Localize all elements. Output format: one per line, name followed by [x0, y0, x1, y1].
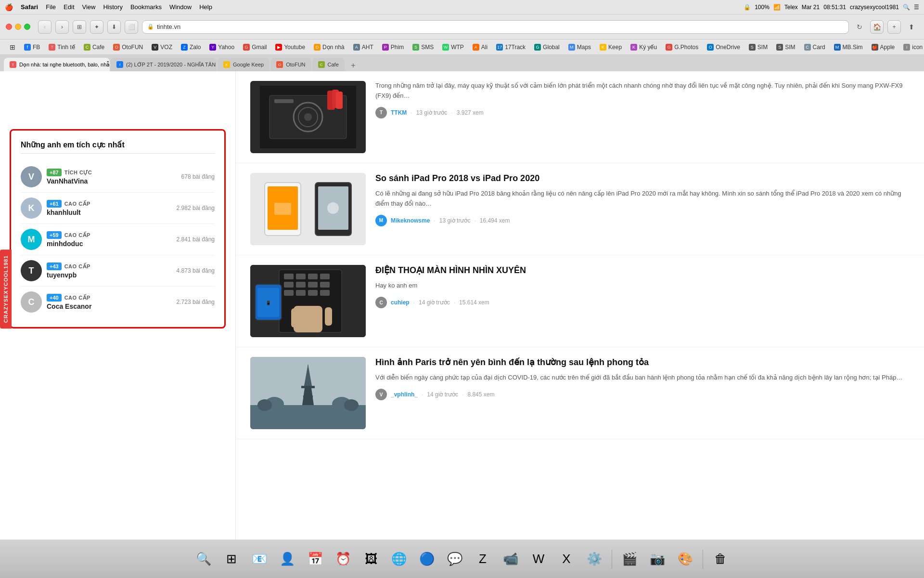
bookmark-gmail[interactable]: G Gmail: [239, 42, 270, 52]
share-button[interactable]: ⬆: [905, 20, 918, 34]
dock-zalo[interactable]: Z: [470, 547, 495, 572]
dock-finder[interactable]: 🔍: [191, 547, 216, 572]
home-button[interactable]: 🏠: [870, 20, 884, 34]
bookmark-yahoo[interactable]: Y Yahoo: [205, 42, 238, 52]
dock-word[interactable]: W: [526, 547, 551, 572]
menu-help[interactable]: Help: [199, 3, 212, 11]
bookmark-show-all[interactable]: ⊞: [6, 42, 19, 53]
tab-lop2t[interactable]: f (2) LỚP 2T - 2019/2020 - NGHĨA TÂN: [111, 58, 217, 71]
bookmark-sim1[interactable]: S SIM: [745, 42, 771, 52]
tab-googlekeep[interactable]: K Google Keep: [218, 58, 270, 71]
user-row[interactable]: K +61 CAO CẤP khanhluult 2.982 bài đăng: [21, 193, 215, 224]
bookmark-kyyeu[interactable]: K Ký yếu: [627, 42, 661, 52]
bookmark-sim2[interactable]: S SIM: [772, 42, 799, 52]
tab-cafe[interactable]: C Cafe: [312, 58, 345, 71]
bookmark-icon[interactable]: i icon: [899, 42, 924, 52]
dock-messages[interactable]: 💬: [442, 547, 467, 572]
back-button[interactable]: ‹: [38, 20, 51, 34]
forward-button[interactable]: ›: [55, 20, 69, 34]
add-tab-button[interactable]: +: [347, 60, 359, 71]
tab-overview-button[interactable]: ⬜: [125, 20, 138, 34]
article-card[interactable]: Hình ảnh Paris trở nên yên bình đến lạ t…: [236, 347, 924, 439]
bookmark-youtube[interactable]: ▶ Youtube: [271, 42, 309, 52]
bookmark-card[interactable]: C Card: [800, 42, 829, 52]
bookmark-cafe[interactable]: C Cafe: [80, 42, 108, 52]
dock-photos[interactable]: 🖼: [359, 547, 384, 572]
main-content: Những anh em tích cực nhất V +87 TÍCH CỰ…: [0, 71, 924, 539]
bookmark-donha[interactable]: D Dọn nhà: [310, 42, 348, 52]
user-row[interactable]: C +40 CAO CẤP Coca Escanor 2.723 bài đăn…: [21, 287, 215, 317]
download-button[interactable]: ⬇: [107, 20, 121, 34]
author-name-1[interactable]: TTKM: [391, 109, 407, 116]
dock-chrome[interactable]: 🔵: [414, 547, 439, 572]
dock-excel[interactable]: X: [554, 547, 579, 572]
bookmark-sms[interactable]: S SMS: [409, 42, 437, 52]
badge-type-2: CAO CẤP: [64, 201, 90, 207]
bookmark-apple[interactable]: 🍎 Apple: [868, 42, 899, 52]
badge-score-4: +43: [47, 263, 62, 270]
apple-logo-icon[interactable]: 🍎: [5, 3, 13, 11]
dock-lightroom[interactable]: 📷: [645, 547, 670, 572]
dock-preferences[interactable]: ⚙️: [582, 547, 607, 572]
minimize-window-button[interactable]: [15, 24, 21, 30]
user-row[interactable]: T +43 CAO CẤP tuyenvpb 4.873 bài đăng: [21, 255, 215, 287]
menu-bookmarks[interactable]: Bookmarks: [130, 3, 162, 11]
user-row[interactable]: M +59 CAO CẤP minhdoduc 2.841 bài đăng: [21, 224, 215, 255]
menu-window[interactable]: Window: [169, 3, 192, 11]
dock-premiere[interactable]: 🎬: [617, 547, 642, 572]
app-menu-safari[interactable]: Safari: [21, 3, 38, 11]
reload-button[interactable]: ↻: [853, 20, 866, 34]
author-name-4[interactable]: _vphlinh_: [391, 391, 418, 398]
dock-contacts[interactable]: 👤: [275, 547, 300, 572]
side-tab-username[interactable]: CRAZYSEXYCOOL1981: [0, 250, 12, 328]
new-tab-button[interactable]: +: [887, 20, 901, 34]
article-card[interactable]: Trong những năm trở lại đây, máy quay kỹ…: [236, 71, 924, 163]
menu-view[interactable]: View: [82, 3, 96, 11]
dock-reminders[interactable]: ⏰: [331, 547, 356, 572]
article-card[interactable]: So sánh iPad Pro 2018 vs iPad Pro 2020 C…: [236, 163, 924, 255]
tab-otofun[interactable]: O OtoFUN: [270, 58, 311, 71]
menu-file[interactable]: File: [46, 3, 56, 11]
dock-launchpad[interactable]: ⊞: [219, 547, 244, 572]
address-bar[interactable]: 🔒 tinhte.vn: [142, 20, 849, 34]
bookmark-onedrive[interactable]: O OneDrive: [703, 42, 744, 52]
bookmark-maps[interactable]: M Maps: [565, 42, 595, 52]
dock-trash[interactable]: 🗑: [708, 547, 733, 572]
bookmark-phim[interactable]: P Phim: [378, 42, 408, 52]
bookmark-voz[interactable]: V VOZ: [148, 42, 176, 52]
bookmark-global[interactable]: G Global: [530, 42, 564, 52]
bookmark-otofun[interactable]: O OtoFUN: [109, 42, 147, 52]
bookmark-zalo[interactable]: Z Zalo: [177, 42, 205, 52]
article-meta-4: V _vphlinh_ · 14 giờ trước · 8.845 xem: [375, 389, 910, 400]
search-icon[interactable]: 🔍: [903, 4, 910, 11]
bookmark-wtp[interactable]: W WTP: [438, 42, 468, 52]
bookmark-17track[interactable]: 17 17Track: [492, 42, 529, 52]
close-window-button[interactable]: [6, 24, 12, 30]
dock-mail[interactable]: 📧: [247, 547, 272, 572]
bookmark-tinhte-label: Tinh tế: [57, 44, 75, 51]
article-card[interactable]: 📱 ĐIỆN THOẠI MÀN HÌNH NHÌN XUYÊN Hay ko …: [236, 255, 924, 347]
tab-active[interactable]: T Dọn nhà: tai nghe bluetooth, balo, nhẫ…: [4, 58, 110, 71]
list-icon[interactable]: ☰: [914, 4, 919, 11]
dock-photoshop[interactable]: 🎨: [673, 547, 698, 572]
bookmark-mbsim[interactable]: M MB.Sim: [830, 42, 867, 52]
bookmark-aht[interactable]: A AHT: [349, 42, 377, 52]
dock-safari[interactable]: 🌐: [386, 547, 411, 572]
fullscreen-window-button[interactable]: [24, 24, 30, 30]
menu-edit[interactable]: Edit: [64, 3, 74, 11]
bookmark-ali[interactable]: A Ali: [469, 42, 491, 52]
bookmark-gphotos[interactable]: G G.Photos: [662, 42, 702, 52]
bookmark-tinhte[interactable]: T Tinh tế: [45, 42, 79, 52]
bookmark-keep[interactable]: K Keep: [596, 42, 626, 52]
dock-calendar[interactable]: 📅: [303, 547, 328, 572]
reader-view-button[interactable]: ✦: [90, 20, 103, 34]
reading-list-button[interactable]: ⊞: [73, 20, 86, 34]
bookmark-fb[interactable]: f FB: [20, 42, 44, 52]
author-name-2[interactable]: Mikeknowsme: [391, 217, 430, 224]
user-row[interactable]: V +87 TÍCH CỰC VanNhatVina 678 bài đăng: [21, 161, 215, 193]
badge-score-3: +59: [47, 231, 62, 239]
dock-facetime[interactable]: 📹: [498, 547, 523, 572]
menu-history[interactable]: History: [103, 3, 122, 11]
article-time-2: 13 giờ trước: [439, 217, 471, 224]
author-name-3[interactable]: cuhiep: [391, 299, 410, 306]
